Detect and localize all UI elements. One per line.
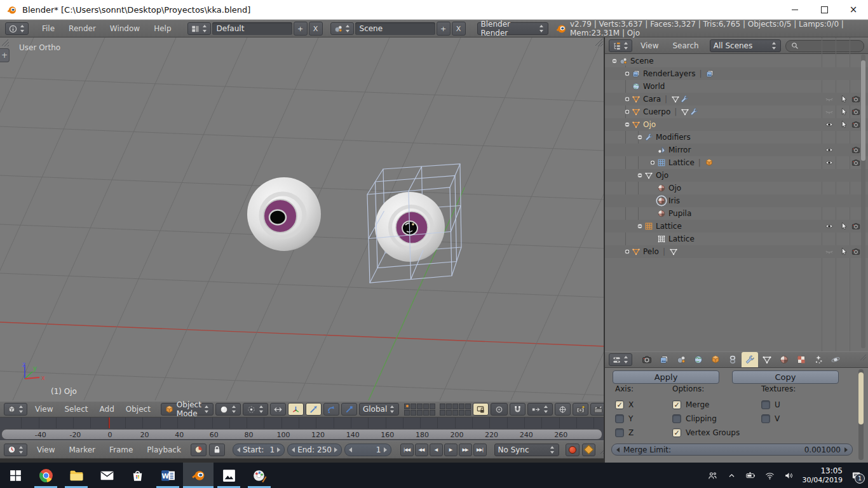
render-engine-select[interactable]: Blender Render xyxy=(477,22,549,35)
menu-view[interactable]: View xyxy=(29,405,58,414)
layer-cell[interactable] xyxy=(452,403,458,409)
3d-viewport-canvas[interactable] xyxy=(0,37,605,401)
menu-window[interactable]: Window xyxy=(103,24,147,33)
outliner-row-ojo[interactable]: Ojo xyxy=(605,118,868,131)
area-corner-widget[interactable] xyxy=(598,445,604,454)
current-frame-indicator[interactable] xyxy=(109,417,110,428)
tab-scene[interactable] xyxy=(673,352,689,367)
scene-lock-button[interactable] xyxy=(473,403,489,416)
toolshelf-open-tab[interactable]: + xyxy=(0,48,10,62)
decrement-icon[interactable] xyxy=(292,447,295,452)
editor-type-button[interactable] xyxy=(4,403,27,416)
tab-constraints[interactable] xyxy=(724,352,741,367)
checkbox-v[interactable]: V xyxy=(761,412,796,426)
outliner-row-lattice[interactable]: Lattice xyxy=(605,233,868,245)
menu-file[interactable]: File xyxy=(35,24,62,33)
minimize-button[interactable] xyxy=(780,0,810,20)
eye-open-icon[interactable] xyxy=(825,146,834,154)
tab-render-layers[interactable] xyxy=(656,352,672,367)
editor-type-button[interactable] xyxy=(609,353,632,366)
taskbar-explorer-button[interactable] xyxy=(61,463,92,488)
menu-add[interactable]: Add xyxy=(94,405,120,414)
wifi-icon[interactable] xyxy=(764,470,775,481)
eyeball-left[interactable] xyxy=(247,177,321,251)
mode-select[interactable]: Object Mode xyxy=(161,403,214,416)
translate-manipulator-button[interactable] xyxy=(306,403,322,416)
taskbar-photos-button[interactable] xyxy=(214,463,244,488)
menu-search[interactable]: Search xyxy=(665,41,705,50)
transport-prev-keyframe-button[interactable]: ◀◀ xyxy=(415,444,428,456)
checkbox-y[interactable]: Y xyxy=(615,412,634,426)
eye-open-icon[interactable] xyxy=(825,222,834,231)
increment-icon[interactable] xyxy=(384,447,387,452)
menu-frame[interactable]: Frame xyxy=(102,445,140,454)
cursor-select-icon[interactable] xyxy=(839,222,848,231)
menu-marker[interactable]: Marker xyxy=(62,445,102,454)
timeline-ruler[interactable]: -40-200204060801001201401601802002202402… xyxy=(0,428,605,440)
people-icon[interactable] xyxy=(707,470,718,481)
taskbar-paint3d-button[interactable] xyxy=(244,463,275,488)
start-frame-field[interactable]: Start: 1 xyxy=(233,444,285,456)
menu-help[interactable]: Help xyxy=(147,24,178,33)
expand-plus-icon[interactable] xyxy=(623,108,632,116)
snap-target-button[interactable] xyxy=(555,403,571,416)
increment-icon[interactable] xyxy=(334,447,337,452)
layer-cell[interactable] xyxy=(446,403,452,409)
record-button[interactable] xyxy=(566,444,580,456)
scene-browse-button[interactable] xyxy=(330,22,354,35)
scale-manipulator-button[interactable] xyxy=(341,403,357,416)
layer-cell[interactable] xyxy=(410,410,416,416)
increment-icon[interactable] xyxy=(844,447,848,452)
taskbar-chrome-button[interactable] xyxy=(31,463,61,488)
layer-cell[interactable] xyxy=(446,410,452,416)
layer-cell[interactable] xyxy=(410,403,416,409)
expand-plus-icon[interactable] xyxy=(623,248,632,255)
close-button[interactable]: × xyxy=(839,0,868,20)
expand-minus-icon[interactable] xyxy=(635,222,644,230)
editor-type-button[interactable] xyxy=(4,444,27,456)
delete-scene-button[interactable]: X xyxy=(452,22,466,36)
outliner-row-cara[interactable]: Cara| xyxy=(605,93,868,105)
layer-cell[interactable] xyxy=(459,410,465,416)
maximize-button[interactable] xyxy=(810,0,839,20)
manipulate-centers-button[interactable] xyxy=(270,403,286,416)
scrollbar-thumb[interactable] xyxy=(858,372,864,424)
transport-next-keyframe-button[interactable]: ▶▶ xyxy=(459,444,472,456)
eye-closed-icon[interactable] xyxy=(825,247,834,256)
expand-plus-icon[interactable] xyxy=(623,70,632,78)
outliner-row-ojo[interactable]: Ojo xyxy=(605,169,868,182)
expand-minus-icon[interactable] xyxy=(635,133,644,141)
tab-world[interactable] xyxy=(690,352,707,367)
outliner-row-iris[interactable]: Iris xyxy=(605,194,868,207)
taskbar-clock[interactable]: 13:05 30/04/2019 xyxy=(803,466,843,485)
editor-type-button[interactable] xyxy=(609,39,632,52)
tab-particles[interactable] xyxy=(810,352,827,367)
taskbar-word-button[interactable]: W xyxy=(153,463,183,488)
outliner-row-world[interactable]: World xyxy=(605,80,868,93)
layers-widget[interactable] xyxy=(404,403,471,416)
chevron-up-icon[interactable] xyxy=(726,470,737,481)
transport-jump-end-button[interactable]: ▶▶| xyxy=(473,444,487,456)
opengl-render-button[interactable] xyxy=(573,403,588,416)
cursor-select-icon[interactable] xyxy=(839,95,848,104)
menu-select[interactable]: Select xyxy=(58,405,93,414)
add-scene-button[interactable]: + xyxy=(437,22,451,36)
menu-playback[interactable]: Playback xyxy=(140,445,188,454)
layer-cell[interactable] xyxy=(430,410,435,416)
merge-limit-slider[interactable]: Merge Limit: 0.001000 xyxy=(611,444,853,456)
volume-icon[interactable] xyxy=(783,470,794,481)
layer-cell[interactable] xyxy=(465,403,471,409)
screen-layout-browse-button[interactable] xyxy=(187,22,211,35)
decrement-icon[interactable] xyxy=(349,447,352,452)
current-frame-field[interactable]: 1 xyxy=(344,444,391,456)
outliner-row-modifiers[interactable]: Modifiers xyxy=(605,131,868,144)
tab-render[interactable] xyxy=(639,352,655,367)
render-restrict-icon[interactable] xyxy=(851,107,860,116)
apply-button[interactable]: Apply xyxy=(613,370,719,384)
checkbox-u[interactable]: U xyxy=(761,398,796,412)
manipulator-toggle-button[interactable] xyxy=(288,403,304,416)
render-restrict-icon[interactable] xyxy=(851,158,860,167)
timeline-scrollbar[interactable]: -40-200204060801001201401601802002202402… xyxy=(1,429,602,440)
timeline-track[interactable] xyxy=(0,417,605,428)
layer-cell[interactable] xyxy=(423,410,429,416)
